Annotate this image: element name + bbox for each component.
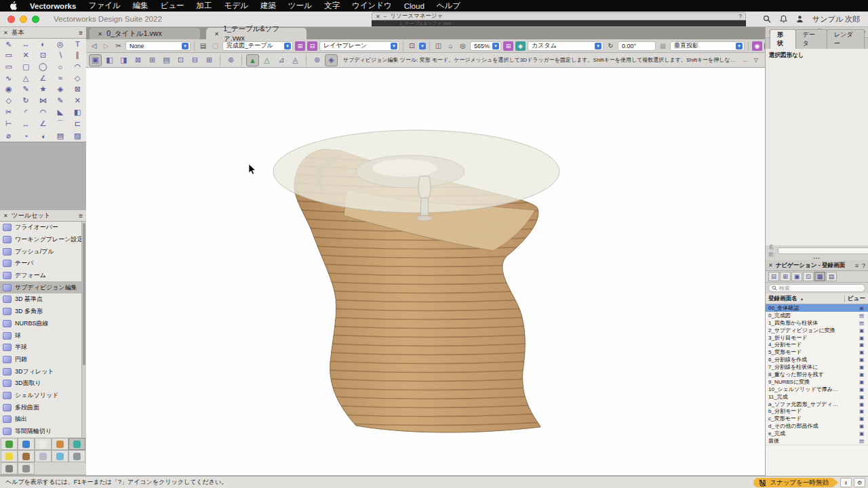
saved-view-row[interactable]: 6_分割線を作成▣ [766, 356, 868, 363]
zoom-window-button[interactable] [32, 16, 39, 23]
basic-palette-menu-icon[interactable]: ≡ [79, 29, 83, 37]
walkthrough-icon[interactable]: ↻ [606, 41, 616, 51]
layer-visibility-toggle[interactable]: ▼ [419, 43, 426, 49]
saved-views-tab-icon[interactable]: ▦ [814, 272, 825, 281]
crease-mode-icon[interactable]: ◧ [103, 54, 116, 66]
references-tab-icon[interactable]: ▤ [826, 272, 837, 281]
toolset-category-tool-settings[interactable] [18, 462, 35, 474]
class-options-icon[interactable]: ▢ [210, 41, 220, 51]
menu-tools[interactable]: ツール [282, 1, 318, 11]
layer-icon[interactable]: ⊞ [295, 41, 305, 51]
saved-view-row[interactable]: 11_完成▣ [766, 393, 868, 401]
toolset-category-plumbing[interactable] [52, 450, 68, 462]
merge-mode-icon[interactable]: ⊡ [174, 54, 187, 66]
toolset-category-structural[interactable] [68, 450, 85, 462]
tool-zoom[interactable]: ◎ [52, 39, 68, 50]
palette-resize-handle[interactable]: ••• [766, 256, 868, 260]
tool-rounded-rectangle[interactable]: ▢ [17, 61, 34, 73]
toolset-scrollbar[interactable] [81, 222, 86, 437]
saved-view-row[interactable]: 7_分割線を柱状体に▣ [766, 363, 868, 371]
tool-circle[interactable]: ◯ [35, 61, 52, 73]
close-window-button[interactable] [7, 16, 15, 23]
tool-rotate[interactable]: ↻ [17, 95, 34, 106]
toolset-palette-menu-icon[interactable]: ≡ [79, 212, 83, 220]
render-mode-dropdown[interactable]: カスタム▼ [528, 41, 604, 51]
toolset-item[interactable]: デフォーム [0, 270, 86, 282]
toolset-category-machine-design[interactable] [1, 462, 18, 474]
magnifier-icon[interactable]: ◎ [458, 41, 468, 51]
tab-close-icon[interactable]: ✕ [214, 30, 219, 37]
working-plane-mode-icon[interactable]: ◈ [325, 54, 338, 66]
navigation-help-icon[interactable]: ? [862, 262, 865, 269]
plane-dropdown[interactable]: レイヤプレーン▼ [319, 41, 399, 51]
tool-reshape[interactable]: ◇ [0, 95, 17, 106]
menu-edit[interactable]: 編集 [126, 1, 154, 11]
classes-tab-icon[interactable]: ⊟ [768, 272, 779, 281]
tool-arc[interactable]: ◠ [69, 61, 86, 73]
toolset-item[interactable]: 等間隔輪切り [0, 426, 86, 437]
basic-palette-header[interactable]: ✕ 基本 ≡ [0, 27, 86, 39]
toolset-category-detailing[interactable] [35, 450, 52, 462]
zoom-line-thickness-icon[interactable]: ◫ [433, 41, 443, 51]
tab-close-icon[interactable]: ✕ [98, 30, 102, 37]
tool-3d-locus[interactable]: ⊡ [35, 50, 52, 62]
tool-chain-dimension[interactable]: ⊏ [69, 118, 86, 131]
menu-app[interactable]: Vectorworks [24, 2, 82, 10]
resource-manager-close-icon[interactable]: ✕ [376, 14, 380, 20]
notifications-icon[interactable] [780, 15, 787, 23]
toolset-category-site-planning[interactable] [1, 438, 18, 450]
zoom-dropdown[interactable]: 565%▼ [470, 41, 501, 51]
rotate-axis-mode-icon[interactable]: ⊿ [275, 54, 288, 66]
toolset-item[interactable]: サブディビジョン編集 [0, 281, 86, 293]
tool-line[interactable]: ∖ [52, 50, 68, 62]
tool-dimension[interactable]: ↔ [17, 118, 34, 131]
tool-hatch-brush[interactable]: ▨ [69, 130, 86, 142]
tab-title1[interactable]: ✕ 0_タイトル1.vwx [90, 28, 200, 39]
toolset-item[interactable]: 3D 基準点 [0, 293, 86, 306]
toolset-item[interactable]: シェルソリッド [0, 390, 86, 402]
tool-stamp[interactable]: ▤ [52, 130, 68, 142]
toolset-item[interactable]: 半球 [0, 342, 86, 354]
navigation-close-icon[interactable]: ✕ [768, 262, 773, 268]
tool-chamfer[interactable]: ◣ [52, 106, 68, 118]
saved-view-row[interactable]: d_その他の部品作成▣ [766, 422, 868, 430]
saved-view-row[interactable]: b_分割モード▣ [766, 407, 868, 415]
tool-mirror[interactable]: ⋈ [35, 95, 52, 106]
quick-preferences-icon[interactable]: ⌂ [446, 41, 456, 51]
menu-view[interactable]: ビュー [154, 1, 190, 11]
resource-manager-minimize-icon[interactable]: − [384, 14, 387, 20]
layer-visibility-icon[interactable]: ⊡ [407, 41, 417, 51]
resource-manager-help-icon[interactable]: ? [738, 13, 742, 20]
toolset-item[interactable]: 円錐 [0, 354, 86, 366]
menu-help[interactable]: ヘルプ [431, 1, 467, 11]
tool-angle-dimension[interactable]: ∠ [35, 118, 52, 131]
tool-spline[interactable]: ≈ [52, 73, 68, 84]
tool-selection[interactable]: ⇖ [0, 39, 17, 50]
apple-icon[interactable] [9, 1, 17, 10]
remove-segment-mode-icon[interactable]: ⊞ [203, 54, 216, 66]
saved-view-row[interactable]: 8_重なった部分を残す▣ [766, 371, 868, 378]
menu-window[interactable]: ウインドウ [346, 1, 398, 11]
navigation-menu-icon[interactable]: ≡ [855, 262, 859, 269]
menu-modify[interactable]: 加工 [191, 1, 218, 11]
mirror-mode-icon[interactable]: ⊞ [146, 54, 159, 66]
tool-radial-dimension[interactable]: ⌒ [52, 118, 68, 131]
tool-polygon[interactable]: △ [17, 73, 34, 84]
menu-file[interactable]: ファイル [82, 1, 126, 11]
tool-spiral[interactable]: ◉ [0, 84, 17, 96]
search-field[interactable]: 検索 [768, 284, 865, 292]
menu-model[interactable]: モデル [218, 1, 254, 11]
class-stack-icon[interactable]: ▤ [198, 41, 208, 51]
delete-mode-icon[interactable]: ⊠ [132, 54, 144, 66]
snap-disable-button[interactable]: スナップを一時無効 [753, 478, 838, 487]
render-style-icon[interactable]: ◉ [752, 41, 762, 51]
move-axis-mode-icon[interactable]: ▲ [246, 54, 259, 66]
saved-view-row[interactable]: 2_サブディビジョンに変換▣ [766, 327, 868, 334]
tool-freehand[interactable]: ∿ [0, 73, 17, 84]
toolset-item[interactable]: テーパ [0, 258, 86, 270]
object-name-field[interactable] [778, 247, 868, 254]
tool-connect-combine[interactable]: ⊢ [0, 118, 17, 131]
tab-table-sofa[interactable]: ✕ 1_テーブル&ソファ.vwx [206, 28, 307, 39]
minimize-window-button[interactable] [20, 16, 27, 23]
toolset-palette-close-icon[interactable]: ✕ [3, 213, 8, 219]
